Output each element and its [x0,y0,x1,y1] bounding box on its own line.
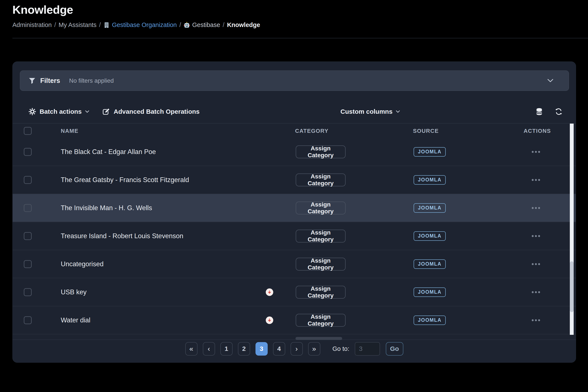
edit-square-icon [102,108,110,116]
row-name: The Black Cat - Edgar Allan Poe [61,148,156,156]
row-checkbox[interactable] [24,204,32,212]
table-row[interactable]: Treasure Island - Robert Louis Stevenson… [13,222,576,250]
table-row[interactable]: Water dial Assign Category JOOMLA [13,306,576,334]
chevron-down-icon [396,110,400,113]
assign-category-button[interactable]: Assign Category [296,202,346,214]
source-badge: JOOMLA [414,260,446,269]
row-actions-button[interactable] [524,291,548,293]
row-checkbox[interactable] [24,260,32,268]
advanced-batch-label: Advanced Batch Operations [114,108,200,115]
breadcrumb-item: Gestibase [184,22,220,28]
goto-label: Go to: [333,345,349,352]
vertical-scrollbar-thumb[interactable] [570,261,574,312]
table-row[interactable]: Uncategorised Assign Category JOOMLA [13,250,576,278]
knowledge-panel: Filters No filters applied [12,62,576,363]
row-checkbox[interactable] [24,232,32,240]
row-actions-button[interactable] [524,263,548,265]
row-actions-button[interactable] [524,207,548,209]
building-icon [103,22,110,28]
custom-columns-label: Custom columns [340,108,392,115]
source-badge: JOOMLA [414,147,446,156]
page-title: Knowledge [12,3,73,16]
row-name: The Great Gatsby - Francis Scott Fitzger… [61,176,189,184]
row-name: USB key [61,288,87,296]
sync-error-icon [266,316,273,324]
breadcrumb-item: My Assistants [59,22,97,28]
breadcrumb-item: Knowledge [227,22,260,28]
column-header-name: NAME [61,128,79,134]
chevron-down-icon [85,110,89,113]
source-badge: JOOMLA [414,288,446,297]
table-body: The Black Cat - Edgar Allan Poe Assign C… [13,138,576,340]
breadcrumb-separator: / [223,22,224,28]
table-row[interactable]: The Invisible Man - H. G. Wells Assign C… [13,194,576,222]
column-header-actions: ACTIONS [524,128,551,134]
batch-actions-button[interactable]: Batch actions [28,108,89,116]
row-checkbox[interactable] [24,148,32,156]
database-icon[interactable] [535,108,543,116]
assign-category-button[interactable]: Assign Category [296,258,346,270]
assign-category-button[interactable]: Assign Category [296,286,346,298]
source-badge: JOOMLA [414,203,446,213]
assign-category-button[interactable]: Assign Category [296,230,346,242]
pagination: « ‹ 1234 › » Go to: Go [13,342,576,356]
goto-page-input[interactable] [355,342,380,356]
page-next-button[interactable]: › [291,342,303,356]
table-row[interactable]: The Black Cat - Edgar Allan Poe Assign C… [13,138,576,166]
breadcrumb-item: Administration [12,22,52,28]
table-header: NAME CATEGORY SOURCE ACTIONS [13,124,576,138]
row-actions-button[interactable] [524,151,548,153]
vertical-scrollbar[interactable] [570,124,574,335]
go-button[interactable]: Go [386,342,403,356]
column-header-source: SOURCE [413,128,439,134]
breadcrumb: Administration/My Assistants/Gestibase O… [12,22,260,28]
horizontal-scrollbar-thumb[interactable] [295,337,342,340]
row-checkbox[interactable] [24,288,32,296]
row-actions-button[interactable] [524,235,548,237]
custom-columns-button[interactable]: Custom columns [340,108,400,115]
breadcrumb-separator: / [99,22,101,28]
row-name: Uncategorised [61,260,104,268]
row-actions-button[interactable] [524,319,548,321]
breadcrumb-item[interactable]: Gestibase Organization [103,22,177,28]
source-badge: JOOMLA [414,316,446,325]
refresh-icon[interactable] [555,108,563,116]
filter-icon [29,77,35,84]
table-row[interactable]: The Great Gatsby - Francis Scott Fitzger… [13,166,576,194]
select-all-checkbox[interactable] [24,127,32,135]
page-prev-button[interactable]: ‹ [203,342,215,356]
row-checkbox[interactable] [24,316,32,324]
advanced-batch-operations-button[interactable]: Advanced Batch Operations [102,108,200,116]
row-checkbox[interactable] [24,176,32,184]
source-badge: JOOMLA [414,231,446,241]
partial-row [13,334,576,340]
robot-icon [184,22,190,28]
row-name: The Invisible Man - H. G. Wells [61,204,152,212]
batch-actions-label: Batch actions [40,108,82,115]
sync-error-icon [266,288,273,296]
row-name: Water dial [61,316,90,324]
filters-label: Filters [40,77,60,84]
breadcrumb-separator: / [54,22,56,28]
row-actions-button[interactable] [524,179,548,181]
table-row[interactable]: USB key Assign Category JOOMLA [13,278,576,306]
assign-category-button[interactable]: Assign Category [296,174,346,186]
filters-panel[interactable]: Filters No filters applied [20,70,569,91]
page-last-button[interactable]: » [308,342,320,356]
source-badge: JOOMLA [414,175,446,185]
table-toolbar: Batch actions Advanced Batch Operations … [13,104,576,119]
page-first-button[interactable]: « [185,342,197,356]
page-1-button[interactable]: 1 [220,342,233,356]
filters-status: No filters applied [69,77,114,84]
table-view-icons [535,108,563,116]
page-3-button[interactable]: 3 [255,342,268,356]
assign-category-button[interactable]: Assign Category [296,146,346,158]
gear-icon [28,108,36,116]
chevron-down-icon[interactable] [547,79,553,82]
header-divider [12,38,588,38]
page-4-button[interactable]: 4 [273,342,285,356]
page-2-button[interactable]: 2 [238,342,250,356]
row-name: Treasure Island - Robert Louis Stevenson [61,232,183,240]
breadcrumb-separator: / [179,22,181,28]
assign-category-button[interactable]: Assign Category [296,314,346,327]
